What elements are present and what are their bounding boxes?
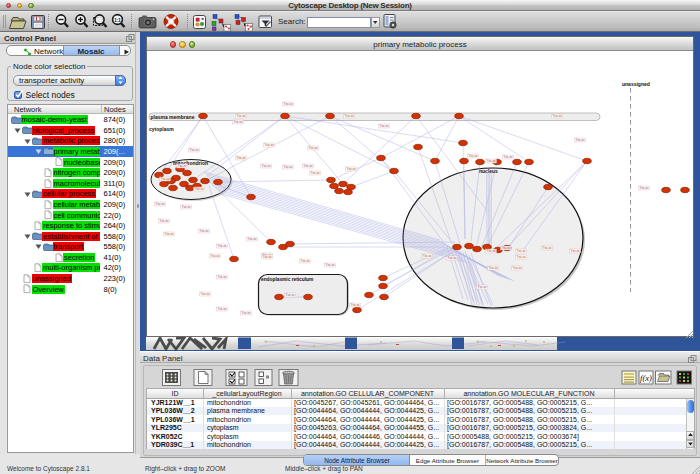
- svg-text:endoplasmic reticulum: endoplasmic reticulum: [261, 277, 313, 282]
- svg-text:Yxx-xx: Yxx-xx: [242, 311, 252, 315]
- svg-text:Yxx-xx: Yxx-xx: [543, 246, 553, 250]
- svg-text:Yxx-xx: Yxx-xx: [345, 114, 355, 118]
- svg-text:Yxx-xx: Yxx-xx: [218, 244, 228, 248]
- svg-text:Yxx-xx: Yxx-xx: [347, 167, 357, 171]
- svg-text:Yxx-xx: Yxx-xx: [517, 255, 527, 259]
- svg-text:Yxx-xx: Yxx-xx: [211, 254, 221, 258]
- svg-text:Yxx-xx: Yxx-xx: [165, 232, 175, 236]
- svg-text:Yxx-xx: Yxx-xx: [504, 155, 514, 159]
- svg-text:Yxx-xx: Yxx-xx: [423, 254, 433, 258]
- svg-text:Search:: Search:: [278, 17, 306, 26]
- svg-text:Yxx-xx: Yxx-xx: [200, 229, 210, 233]
- svg-text:Yxx-xx: Yxx-xx: [190, 148, 200, 152]
- svg-text:Yxx-xx: Yxx-xx: [263, 255, 273, 259]
- svg-text:plasma membrane: plasma membrane: [151, 114, 195, 120]
- svg-text:Yxx-xx: Yxx-xx: [517, 249, 527, 253]
- svg-text:Yxx-xx: Yxx-xx: [448, 256, 458, 260]
- svg-text:cytoplasm: cytoplasm: [149, 126, 174, 132]
- svg-text:Yxx-xx: Yxx-xx: [234, 120, 244, 124]
- svg-text:Yxx-xx: Yxx-xx: [237, 114, 247, 118]
- svg-text:Yxx-xx: Yxx-xx: [487, 159, 497, 163]
- svg-text:Yxx-xx: Yxx-xx: [576, 138, 586, 142]
- svg-text:Yxx-xx: Yxx-xx: [326, 263, 336, 267]
- svg-text:Yxx-xx: Yxx-xx: [380, 124, 390, 128]
- svg-text:Yxx-xx: Yxx-xx: [489, 266, 499, 270]
- svg-text:Yxx-xx: Yxx-xx: [262, 164, 272, 168]
- svg-text:f(x): f(x): [640, 373, 652, 383]
- svg-text:Yxx-xx: Yxx-xx: [301, 259, 311, 263]
- svg-text:Yxx-xx: Yxx-xx: [284, 165, 294, 169]
- svg-text:Yxx-xx: Yxx-xx: [553, 114, 563, 118]
- svg-text:Yxx-xx: Yxx-xx: [640, 186, 650, 190]
- svg-text:Yxx-xx: Yxx-xx: [502, 246, 512, 250]
- svg-text:Yxx-xx: Yxx-xx: [513, 266, 523, 270]
- svg-text:Yxx-xx: Yxx-xx: [469, 154, 479, 158]
- svg-text:Yxx-xx: Yxx-xx: [160, 219, 170, 223]
- svg-text:Yxx-xx: Yxx-xx: [248, 237, 258, 241]
- svg-text:Yxx-xx: Yxx-xx: [201, 292, 211, 296]
- svg-text:Yxx-xx: Yxx-xx: [195, 187, 205, 191]
- svg-text:Yxx-xx: Yxx-xx: [351, 303, 361, 307]
- svg-text:Yxx-xx: Yxx-xx: [156, 202, 166, 206]
- svg-text:Yxx-xx: Yxx-xx: [571, 249, 581, 253]
- svg-text:Yxx-xx: Yxx-xx: [478, 285, 488, 289]
- svg-text:Yxx-xx: Yxx-xx: [284, 102, 294, 106]
- svg-text:Yxx-xx: Yxx-xx: [487, 249, 497, 253]
- svg-text:Yxx-xx: Yxx-xx: [218, 275, 228, 279]
- svg-text:Yxx-xx: Yxx-xx: [182, 205, 192, 209]
- svg-text:Yxx-xx: Yxx-xx: [309, 146, 319, 150]
- svg-text:unassigned: unassigned: [622, 81, 650, 87]
- svg-text:Yxx-xx: Yxx-xx: [178, 164, 188, 168]
- svg-text:Yxx-xx: Yxx-xx: [304, 164, 314, 168]
- svg-text:Yxx-xx: Yxx-xx: [161, 177, 171, 181]
- svg-text:Yxx-xx: Yxx-xx: [265, 143, 275, 147]
- svg-text:Yxx-xx: Yxx-xx: [286, 293, 296, 297]
- svg-text:Yxx-xx: Yxx-xx: [237, 156, 247, 160]
- svg-text:1:1: 1:1: [114, 18, 121, 23]
- svg-text:Yxx-xx: Yxx-xx: [311, 171, 321, 175]
- svg-text:Yxx-xx: Yxx-xx: [218, 307, 228, 311]
